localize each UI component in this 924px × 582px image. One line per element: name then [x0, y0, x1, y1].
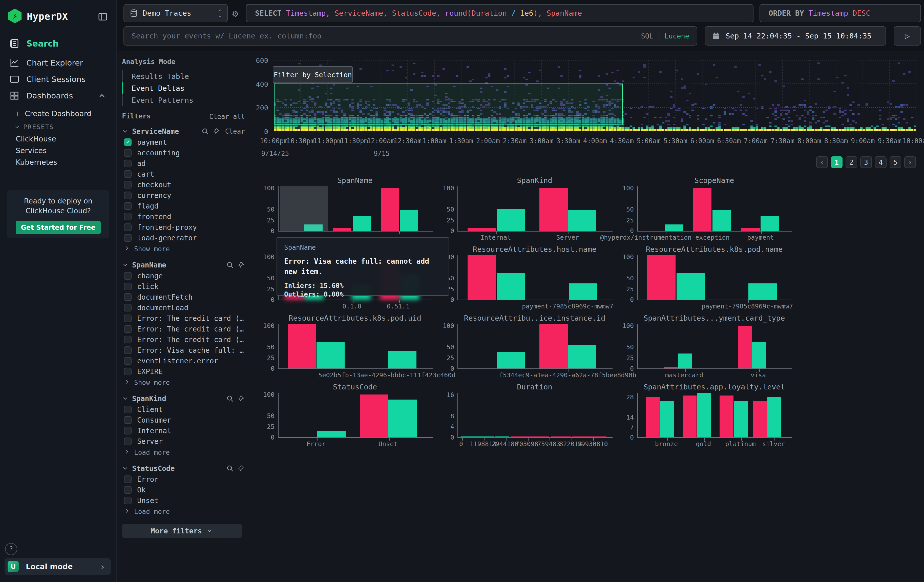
filter-item[interactable]: accounting — [122, 148, 245, 158]
sidebar-collapse-icon[interactable] — [98, 12, 108, 23]
chart-plot[interactable]: 10050250 — [457, 324, 612, 369]
chart-plot[interactable]: 10050250 — [457, 186, 612, 232]
help-button[interactable]: ? — [5, 543, 17, 555]
checkbox[interactable] — [124, 357, 132, 364]
filter-item[interactable]: Error: The credit card (… — [122, 313, 245, 324]
pin-icon[interactable] — [237, 395, 245, 402]
filter-item[interactable]: documentFetch — [122, 292, 245, 302]
show-more-button[interactable]: Load more — [122, 506, 245, 518]
filter-item[interactable]: flagd — [122, 201, 245, 211]
order-by-input[interactable]: ORDER BY Timestamp DESC — [759, 4, 921, 22]
filter-item[interactable]: Error: Visa cache full: … — [122, 345, 245, 356]
page-next-button[interactable]: › — [904, 157, 916, 168]
checkbox[interactable] — [124, 149, 132, 157]
checkbox[interactable] — [124, 293, 132, 301]
analysis-mode-event-deltas[interactable]: Event Deltas — [122, 82, 245, 94]
page-prev-button[interactable]: ‹ — [816, 157, 828, 168]
mini-chart-ResourceAttribu..ice.instance.id[interactable]: ResourceAttribu..ice.instance.id10050250… — [440, 312, 620, 381]
sidebar-item-clickhouse[interactable]: ClickHouse — [16, 135, 56, 143]
chart-plot[interactable]: 10050250 — [278, 393, 433, 438]
checkbox[interactable] — [124, 406, 132, 413]
checkbox[interactable] — [124, 202, 132, 210]
chart-plot[interactable]: 281470 — [637, 393, 792, 438]
filter-item[interactable]: checkout — [122, 180, 245, 190]
search-icon[interactable] — [201, 127, 209, 135]
checkbox[interactable] — [124, 497, 132, 505]
mini-chart-ResourceAttributes.host.name[interactable]: ResourceAttributes.host.name10050250paym… — [440, 243, 620, 312]
pin-icon[interactable] — [237, 261, 245, 269]
search-input[interactable]: Search your events w/ Lucene ex. column:… — [132, 31, 322, 40]
filter-item[interactable]: Error — [122, 474, 245, 485]
mini-chart-ResourceAttributes.k8s.pod.uid[interactable]: ResourceAttributes.k8s.pod.uid100502505e… — [261, 312, 440, 381]
filter-item[interactable]: ad — [122, 158, 245, 169]
search-icon[interactable] — [226, 261, 234, 269]
checkbox[interactable] — [124, 272, 132, 280]
checkbox[interactable] — [124, 213, 132, 220]
checkbox[interactable] — [124, 368, 132, 375]
checkbox[interactable] — [124, 170, 132, 178]
chart-plot[interactable]: 10050250 — [637, 186, 792, 232]
page-button-4[interactable]: 4 — [875, 157, 886, 168]
chart-plot[interactable]: 10050250 — [637, 255, 792, 300]
mini-chart-SpanAttributes...yment.card_type[interactable]: SpanAttributes...yment.card_type10050250… — [620, 312, 800, 381]
sidebar-item-search[interactable]: Search — [0, 36, 116, 51]
filter-item[interactable]: load-generator — [122, 232, 245, 243]
sidebar-item-kubernetes[interactable]: Kubernetes — [16, 158, 57, 167]
checkbox[interactable] — [124, 223, 132, 231]
sidebar-item-services[interactable]: Services — [16, 146, 46, 155]
sidebar-item-dashboards[interactable]: Dashboards — [0, 89, 116, 103]
filter-item[interactable]: Unset — [122, 495, 245, 506]
analysis-mode-event-patterns[interactable]: Event Patterns — [122, 94, 245, 106]
pin-icon[interactable] — [237, 465, 245, 472]
filter-item[interactable]: cart — [122, 169, 245, 180]
sidebar-item-chart-explorer[interactable]: Chart Explorer — [0, 56, 116, 70]
mini-chart-SpanKind[interactable]: SpanKind10050250InternalServer — [440, 174, 620, 243]
hyperdx-logo-icon[interactable]: ⚡ — [8, 8, 22, 23]
show-more-button[interactable]: Load more — [122, 447, 245, 458]
checkbox[interactable] — [124, 427, 132, 434]
checkbox[interactable] — [124, 315, 132, 322]
create-dashboard-button[interactable]: +Create Dashboard — [14, 109, 91, 118]
clear-all-button[interactable]: Clear all — [209, 113, 245, 120]
source-select[interactable]: Demo Traces ⌃⌄ — [124, 4, 228, 22]
filter-item[interactable]: Error: The credit card (… — [122, 324, 245, 334]
filter-item[interactable]: Consumer — [122, 415, 245, 425]
checkbox[interactable] — [124, 304, 132, 312]
analysis-mode-results-table[interactable]: Results Table — [122, 70, 245, 82]
search-icon[interactable] — [226, 465, 234, 472]
mini-chart-ScopeName[interactable]: ScopeName10050250@hyperdx/instrumentatio… — [620, 174, 800, 243]
sql-select-input[interactable]: SELECT Timestamp, ServiceName, StatusCod… — [246, 4, 754, 22]
checkbox[interactable] — [124, 181, 132, 188]
chart-plot[interactable]: 16840 — [457, 393, 612, 438]
chart-plot[interactable]: 10050250 — [278, 324, 433, 369]
filter-item[interactable]: eventListener.error — [122, 356, 245, 366]
filter-item[interactable]: Error: The credit card (… — [122, 334, 245, 345]
sidebar-item-client-sessions[interactable]: Client Sessions — [0, 72, 116, 86]
show-more-button[interactable]: Show more — [122, 243, 245, 255]
page-button-3[interactable]: 3 — [860, 157, 872, 168]
filter-item[interactable]: currency — [122, 190, 245, 201]
search-icon[interactable] — [226, 395, 234, 402]
checkbox[interactable] — [124, 283, 132, 290]
chevron-down-icon[interactable] — [122, 128, 129, 135]
chart-plot[interactable]: 10050250 — [278, 186, 433, 232]
chevron-down-icon[interactable] — [122, 262, 129, 268]
filter-item[interactable]: Internal — [122, 425, 245, 436]
checkbox[interactable] — [124, 160, 132, 167]
checkbox[interactable] — [124, 475, 132, 483]
filter-item[interactable]: change — [122, 270, 245, 281]
page-button-2[interactable]: 2 — [846, 157, 857, 168]
more-filters-button[interactable]: More filters — [122, 524, 242, 538]
page-button-1[interactable]: 1 — [831, 157, 843, 168]
filter-item[interactable]: frontend-proxy — [122, 222, 245, 232]
gear-icon[interactable]: ⚙ — [232, 8, 238, 19]
filter-item[interactable]: click — [122, 281, 245, 292]
get-started-button[interactable]: Get Started for Free — [16, 221, 101, 234]
checkbox[interactable] — [124, 191, 132, 199]
local-mode-menu[interactable]: U Local mode › — [5, 558, 111, 575]
mini-chart-StatusCode[interactable]: StatusCode10050250ErrorUnset — [261, 381, 440, 449]
checkbox[interactable]: ✓ — [124, 138, 132, 146]
checkbox[interactable] — [124, 437, 132, 445]
checkbox[interactable] — [124, 346, 132, 354]
filter-item[interactable]: Server — [122, 436, 245, 447]
